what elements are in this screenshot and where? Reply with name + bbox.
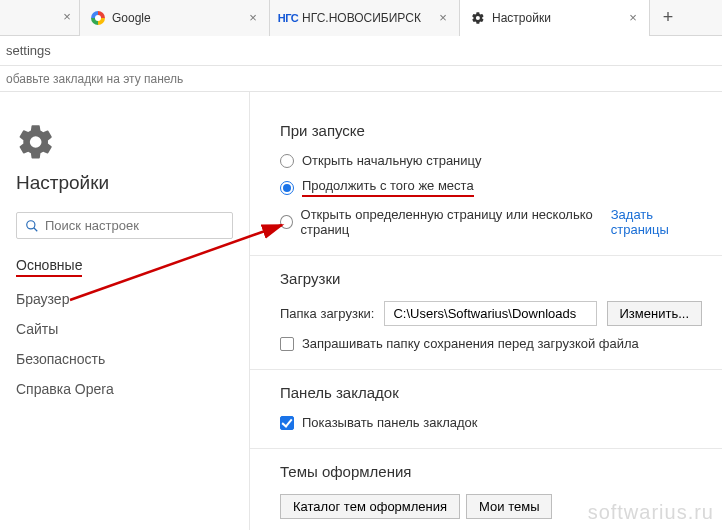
radio-label: Открыть определенную страницу или нескол…	[301, 207, 603, 237]
settings-sidebar: Настройки Основные Браузер Сайты Безопас…	[0, 92, 250, 530]
main-area: Настройки Основные Браузер Сайты Безопас…	[0, 92, 722, 530]
my-themes-button[interactable]: Мои темы	[466, 494, 552, 519]
google-icon	[90, 10, 106, 26]
tab-settings[interactable]: Настройки ×	[460, 0, 650, 36]
set-pages-link[interactable]: Задать страницы	[611, 207, 702, 237]
show-bookmarks-row[interactable]: Показывать панель закладок	[280, 415, 702, 430]
ask-folder-row[interactable]: Запрашивать папку сохранения перед загру…	[280, 336, 702, 351]
settings-content: При запуске Открыть начальную страницу П…	[250, 92, 722, 530]
radio-label: Продолжить с того же места	[302, 178, 474, 197]
address-bar[interactable]: settings	[0, 36, 722, 66]
gear-icon	[470, 10, 486, 26]
download-folder-label: Папка загрузки:	[280, 306, 374, 321]
sidebar-item-sites[interactable]: Сайты	[16, 321, 233, 337]
radio-label: Открыть начальную страницу	[302, 153, 482, 168]
divider	[250, 448, 722, 449]
sidebar-item-basics[interactable]: Основные	[16, 257, 233, 277]
radio-icon[interactable]	[280, 154, 294, 168]
sidebar-item-browser[interactable]: Браузер	[16, 291, 233, 307]
search-input-wrapper[interactable]	[16, 212, 233, 239]
checkbox-icon[interactable]	[280, 416, 294, 430]
sidebar-item-label: Справка Opera	[16, 381, 114, 397]
download-path-input[interactable]	[384, 301, 596, 326]
sidebar-item-label: Сайты	[16, 321, 58, 337]
divider	[250, 369, 722, 370]
gear-icon	[16, 122, 56, 162]
tab-ngs[interactable]: НГС НГС.НОВОСИБИРСК ×	[270, 0, 460, 36]
ngs-icon: НГС	[280, 10, 296, 26]
startup-option-continue[interactable]: Продолжить с того же места	[280, 178, 702, 197]
tab-label: НГС.НОВОСИБИРСК	[302, 11, 431, 25]
tab-google[interactable]: Google ×	[80, 0, 270, 36]
section-title-bookmarks: Панель закладок	[280, 384, 702, 401]
startup-option-specific[interactable]: Открыть определенную страницу или нескол…	[280, 207, 702, 237]
tab-blank[interactable]: ×	[0, 0, 80, 36]
tab-label: Google	[112, 11, 241, 25]
tab-label: Настройки	[492, 11, 621, 25]
section-title-themes: Темы оформления	[280, 463, 702, 480]
address-text: settings	[6, 43, 51, 58]
radio-icon[interactable]	[280, 181, 294, 195]
sidebar-item-label: Безопасность	[16, 351, 105, 367]
section-title-downloads: Загрузки	[280, 270, 702, 287]
svg-point-0	[27, 220, 35, 228]
change-folder-button[interactable]: Изменить...	[607, 301, 702, 326]
startup-option-home[interactable]: Открыть начальную страницу	[280, 153, 702, 168]
close-icon[interactable]: ×	[61, 11, 73, 23]
svg-line-1	[34, 227, 38, 231]
sidebar-item-help[interactable]: Справка Opera	[16, 381, 233, 397]
search-input[interactable]	[45, 218, 224, 233]
checkbox-icon[interactable]	[280, 337, 294, 351]
close-icon[interactable]: ×	[437, 12, 449, 24]
sidebar-nav: Основные Браузер Сайты Безопасность Спра…	[16, 257, 233, 397]
download-folder-row: Папка загрузки: Изменить...	[280, 301, 702, 326]
bookmarks-hint: обавьте закладки на эту панель	[6, 72, 183, 86]
close-icon[interactable]: ×	[247, 12, 259, 24]
themes-buttons: Каталог тем оформления Мои темы	[280, 494, 702, 519]
sidebar-item-security[interactable]: Безопасность	[16, 351, 233, 367]
sidebar-item-label: Браузер	[16, 291, 69, 307]
sidebar-item-label: Основные	[16, 257, 82, 277]
new-tab-button[interactable]: +	[650, 0, 686, 36]
section-title-startup: При запуске	[280, 122, 702, 139]
bookmarks-bar[interactable]: обавьте закладки на эту панель	[0, 66, 722, 92]
checkbox-label: Показывать панель закладок	[302, 415, 478, 430]
close-icon[interactable]: ×	[627, 12, 639, 24]
search-icon	[25, 219, 39, 233]
tab-strip: × Google × НГС НГС.НОВОСИБИРСК × Настрой…	[0, 0, 722, 36]
checkbox-label: Запрашивать папку сохранения перед загру…	[302, 336, 639, 351]
sidebar-title: Настройки	[16, 172, 233, 194]
divider	[250, 255, 722, 256]
radio-icon[interactable]	[280, 215, 293, 229]
theme-catalog-button[interactable]: Каталог тем оформления	[280, 494, 460, 519]
